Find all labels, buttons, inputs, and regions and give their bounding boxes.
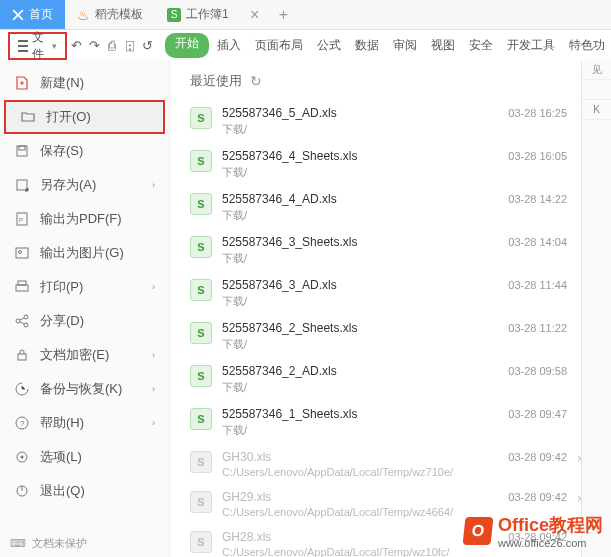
menu-item-label: 打开(O) — [46, 108, 149, 126]
ribbon-data[interactable]: 数据 — [349, 33, 385, 58]
file-menu-highlight: 文件 ▾ — [8, 32, 67, 60]
menu-item-label: 输出为图片(G) — [40, 244, 155, 262]
chevron-right-icon: › — [152, 418, 155, 428]
redo-icon[interactable]: ↷ — [87, 34, 103, 56]
file-name: GH28.xls — [222, 530, 477, 544]
menu-item-label: 保存(S) — [40, 142, 155, 160]
recent-files-panel: 最近使用 ↻ S525587346_5_AD.xls下载/03-28 16:25… — [170, 60, 611, 557]
file-path: 下载/ — [222, 294, 477, 309]
tab-add-button[interactable]: + — [269, 6, 298, 24]
recent-file-row[interactable]: S525587346_5_AD.xls下载/03-28 16:25 — [190, 100, 591, 143]
ribbon-security[interactable]: 安全 — [463, 33, 499, 58]
menu-item-share[interactable]: 分享(D) — [0, 304, 169, 338]
menu-item-encrypt[interactable]: 文档加密(E)› — [0, 338, 169, 372]
recent-file-row[interactable]: S525587346_1_Sheets.xls下载/03-28 09:47 — [190, 401, 591, 444]
tab-home[interactable]: 首页 — [0, 0, 65, 29]
file-name: 525587346_4_Sheets.xls — [222, 149, 477, 163]
tab-label: 工作簿1 — [186, 6, 229, 23]
xls-file-icon: S — [190, 322, 212, 344]
xls-file-icon: S — [190, 531, 212, 553]
file-path: 下载/ — [222, 380, 477, 395]
watermark-logo: O — [463, 517, 494, 545]
ribbon-devtools[interactable]: 开发工具 — [501, 33, 561, 58]
menu-item-saveas[interactable]: 另存为(A)› — [0, 168, 169, 202]
menu-item-image[interactable]: 输出为图片(G) — [0, 236, 169, 270]
chevron-right-icon: › — [152, 180, 155, 190]
ribbon-special[interactable]: 特色功 — [563, 33, 611, 58]
file-list: S525587346_5_AD.xls下载/03-28 16:25S525587… — [190, 100, 591, 557]
watermark: O Office教程网 www.office26.com — [464, 513, 603, 549]
file-name: 525587346_1_Sheets.xls — [222, 407, 477, 421]
recent-file-row[interactable]: S525587346_3_Sheets.xls下载/03-28 14:04 — [190, 229, 591, 272]
menu-item-label: 输出为PDF(F) — [40, 210, 155, 228]
ribbon-layout[interactable]: 页面布局 — [249, 33, 309, 58]
file-path: C:/Users/Lenovo/AppData/Local/Temp/wz710… — [222, 466, 477, 478]
file-path: 下载/ — [222, 165, 477, 180]
svg-rect-1 — [19, 146, 25, 150]
ribbon-formula[interactable]: 公式 — [311, 33, 347, 58]
tab-workbook1[interactable]: S 工作簿1 — [155, 0, 241, 29]
xls-file-icon: S — [190, 491, 212, 513]
menu-item-open[interactable]: 打开(O) — [4, 100, 165, 134]
file-button-label: 文件 — [32, 29, 48, 63]
menu-item-pdf[interactable]: P输出为PDF(F) — [0, 202, 169, 236]
file-name: GH30.xls — [222, 450, 477, 464]
flame-icon: ♨ — [77, 7, 90, 23]
recent-file-row[interactable]: S525587346_4_AD.xls下载/03-28 14:22 — [190, 186, 591, 229]
menu-item-options[interactable]: 选项(L) — [0, 440, 169, 474]
ribbon-start[interactable]: 开始 — [165, 33, 209, 58]
undo-icon[interactable]: ↶ — [69, 34, 85, 56]
recent-file-row[interactable]: S525587346_3_AD.xls下载/03-28 11:44 — [190, 272, 591, 315]
menu-item-print[interactable]: 打印(P)› — [0, 270, 169, 304]
xls-file-icon: S — [190, 451, 212, 473]
chevron-down-icon: ▾ — [52, 41, 57, 51]
encrypt-icon — [14, 347, 30, 363]
pdf-icon: P — [14, 211, 30, 227]
ribbon-review[interactable]: 审阅 — [387, 33, 423, 58]
undo2-icon[interactable]: ↺ — [139, 34, 155, 56]
open-icon — [20, 109, 36, 125]
tab-close-button[interactable]: × — [241, 6, 269, 24]
file-info: 525587346_4_Sheets.xls下载/ — [222, 149, 477, 180]
menu-item-help[interactable]: ?帮助(H)› — [0, 406, 169, 440]
ribbon-view[interactable]: 视图 — [425, 33, 461, 58]
recent-file-row[interactable]: SGH30.xlsC:/Users/Lenovo/AppData/Local/T… — [190, 444, 591, 484]
file-info: 525587346_3_AD.xls下载/ — [222, 278, 477, 309]
tab-label: 稻壳模板 — [95, 6, 143, 23]
ribbon-insert[interactable]: 插入 — [211, 33, 247, 58]
file-info: 525587346_2_Sheets.xls下载/ — [222, 321, 477, 352]
file-time: 03-28 16:05 — [487, 149, 567, 162]
menu-item-backup[interactable]: 备份与恢复(K)› — [0, 372, 169, 406]
svg-point-6 — [19, 251, 22, 254]
file-path: 下载/ — [222, 208, 477, 223]
strip-cell: K — [582, 100, 611, 120]
menu-item-exit[interactable]: 退出(Q) — [0, 474, 169, 508]
print-icon[interactable]: ⎙ — [104, 34, 120, 56]
refresh-icon[interactable]: ↻ — [250, 73, 262, 89]
file-menu-button[interactable]: 文件 ▾ — [10, 34, 65, 58]
svg-point-11 — [24, 323, 28, 327]
menu-item-label: 新建(N) — [40, 74, 155, 92]
recent-file-row[interactable]: S525587346_4_Sheets.xls下载/03-28 16:05 — [190, 143, 591, 186]
backup-icon — [14, 381, 30, 397]
svg-point-16 — [21, 456, 24, 459]
menu-item-label: 另存为(A) — [40, 176, 142, 194]
file-time: 03-28 14:22 — [487, 192, 567, 205]
svg-rect-5 — [16, 248, 28, 258]
protect-label: 文档未保护 — [32, 536, 87, 551]
file-time: 03-28 09:58 — [487, 364, 567, 377]
menu-item-new[interactable]: 新建(N) — [0, 66, 169, 100]
file-time: 03-28 11:44 — [487, 278, 567, 291]
tab-template[interactable]: ♨ 稻壳模板 — [65, 0, 155, 29]
recent-file-row[interactable]: S525587346_2_Sheets.xls下载/03-28 11:22 — [190, 315, 591, 358]
menu-item-label: 选项(L) — [40, 448, 155, 466]
preview-icon[interactable]: ⍠ — [122, 34, 138, 56]
exit-icon — [14, 483, 30, 499]
strip-cell — [582, 80, 611, 100]
file-path: 下载/ — [222, 423, 477, 438]
menu-item-label: 分享(D) — [40, 312, 155, 330]
menu-item-label: 退出(Q) — [40, 482, 155, 500]
file-menu-sidebar: 新建(N)打开(O)保存(S)另存为(A)›P输出为PDF(F)输出为图片(G)… — [0, 60, 170, 557]
recent-file-row[interactable]: S525587346_2_AD.xls下载/03-28 09:58 — [190, 358, 591, 401]
menu-item-save[interactable]: 保存(S) — [0, 134, 169, 168]
